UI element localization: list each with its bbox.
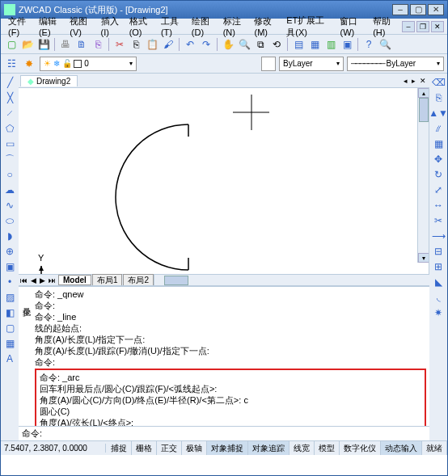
status-grid[interactable]: 栅格 [132,441,157,455]
menu-modify[interactable]: 修改(M) [250,14,282,39]
extend-icon[interactable]: ⟶ [431,229,446,243]
paste-icon[interactable]: 📋 [145,37,159,52]
print-icon[interactable]: 🖶 [58,37,73,52]
line-icon[interactable]: ╱ [2,75,17,90]
stretch-icon[interactable]: ↔ [431,198,446,213]
layer-state-icon[interactable]: ✸ [22,57,36,71]
scale-icon[interactable]: ⤢ [431,183,446,197]
command-history[interactable]: 最少化 命令: _qnew 命令: 命令: _line 线的起始点: 角度(A)… [19,285,429,426]
menu-file[interactable]: 文件(F) [4,14,35,39]
vscroll-thumb[interactable] [419,98,429,122]
status-dyn[interactable]: 动态输入 [381,441,422,455]
table-icon[interactable]: ▦ [2,336,17,351]
preview-icon[interactable]: 🗎 [74,37,89,52]
layer-manager-icon[interactable]: ☷ [4,57,19,71]
command-input[interactable] [45,428,426,439]
fillet-icon[interactable]: ◟ [431,290,446,305]
arc-icon[interactable]: ⌒ [2,152,17,166]
tab-last-icon[interactable]: ⏭ [47,276,57,284]
new-icon[interactable]: ▢ [4,37,19,52]
status-ortho[interactable]: 正交 [157,441,182,455]
palette-icon[interactable]: ▥ [323,37,338,52]
status-lwt[interactable]: 线宽 [290,441,315,455]
menu-window[interactable]: 窗口(W) [336,14,369,39]
menu-et[interactable]: ET扩展工具(X) [282,13,336,40]
doc-tab-drawing2[interactable]: ◆ Drawing2 [20,75,78,86]
status-snap[interactable]: 捕捉 [107,441,132,455]
status-otrack[interactable]: 对象追踪 [248,441,290,455]
menu-tools[interactable]: 工具(T) [157,14,188,39]
menu-draw[interactable]: 绘图(D) [188,14,219,39]
zoom-prev-icon[interactable]: ⟲ [269,37,284,52]
tab-close-icon[interactable]: ✕ [418,77,428,85]
search-icon[interactable]: 🔍 [378,37,392,52]
zoom-win-icon[interactable]: ⧉ [253,37,268,52]
ellipse-icon[interactable]: ⬭ [2,213,17,228]
spline-icon[interactable]: ∿ [2,198,17,213]
match-icon[interactable]: 🖌 [161,37,175,52]
layer-select[interactable]: ☀ ❄ 🔓 0▾ [40,57,137,71]
vertical-scrollbar[interactable]: ▴ ▾ [417,88,429,263]
tab-model[interactable]: Model [58,275,91,285]
props-icon[interactable]: ▤ [291,37,306,52]
redo-icon[interactable]: ↷ [199,37,213,52]
polygon-icon[interactable]: ⬠ [2,121,17,136]
linetype-select[interactable]: ──────── ByLayer▾ [347,57,444,71]
erase-icon[interactable]: ⌫ [431,75,446,90]
hatch-icon[interactable]: ▨ [2,290,17,305]
menu-edit[interactable]: 编辑(E) [35,14,66,39]
menu-dim[interactable]: 标注(N) [219,14,251,39]
menu-format[interactable]: 格式(O) [125,14,157,39]
insert-icon[interactable]: ⊕ [2,244,17,259]
trim-icon[interactable]: ✂ [431,213,446,228]
mtext-icon[interactable]: A [2,352,17,366]
menu-help[interactable]: 帮助(H) [369,14,400,39]
circle-icon[interactable]: ○ [2,167,17,182]
ellipsearc-icon[interactable]: ◗ [2,229,17,243]
tab-left-icon[interactable]: ◀ [29,276,38,284]
mirror-icon[interactable]: ▲▼ [431,106,446,120]
calc-icon[interactable]: ▣ [340,37,354,52]
color-swatch[interactable] [261,57,276,71]
status-polar[interactable]: 极轴 [182,441,207,455]
copy-icon[interactable]: ⎘ [129,37,143,52]
block-icon[interactable]: ▣ [2,259,17,274]
coordinates[interactable]: 7.5407, 2.3807, 0.0000 [1,444,106,453]
maximize-button[interactable]: ▢ [410,4,426,15]
array-icon[interactable]: ▦ [431,137,446,151]
zoom-rt-icon[interactable]: 🔍 [237,37,251,52]
tab-prev-icon[interactable]: ◂ [402,77,409,85]
help-icon[interactable]: ? [361,37,376,52]
mdi-close[interactable]: ✕ [431,21,444,32]
status-osnap[interactable]: 对象捕捉 [207,441,248,455]
status-model[interactable]: 模型 [315,441,340,455]
menu-insert[interactable]: 插入(I) [97,14,125,39]
pan-icon[interactable]: ✋ [221,37,235,52]
gradient-icon[interactable]: ◧ [2,305,17,320]
rotate-icon[interactable]: ↻ [431,167,446,182]
offset-icon[interactable]: ⫽ [431,121,446,136]
save-icon[interactable]: 💾 [36,37,51,52]
break-icon[interactable]: ⊟ [431,244,446,259]
rect-icon[interactable]: ▭ [2,137,17,151]
dcenter-icon[interactable]: ▦ [307,37,322,52]
revcloud-icon[interactable]: ☁ [2,183,17,197]
hscroll-thumb[interactable] [164,276,188,285]
scroll-down-icon[interactable]: ▾ [418,253,429,263]
undo-icon[interactable]: ↶ [183,37,197,52]
pline-icon[interactable]: ⟋ [2,106,17,120]
move-icon[interactable]: ✥ [431,152,446,166]
drawing-canvas[interactable]: X Y ▴ ▾ [19,88,429,274]
menu-view[interactable]: 视图(V) [66,14,96,39]
copy2-icon[interactable]: ⎘ [431,91,446,105]
join-icon[interactable]: ⊞ [431,259,446,274]
xline-icon[interactable]: ╳ [2,91,17,105]
point-icon[interactable]: • [2,275,17,289]
tab-next-icon[interactable]: ▸ [410,77,417,85]
horizontal-scrollbar[interactable] [154,275,429,285]
color-select[interactable]: ByLayer▾ [279,57,344,71]
tab-right-icon[interactable]: ▶ [38,276,47,284]
chamfer-icon[interactable]: ◣ [431,275,446,289]
scroll-up-icon[interactable]: ▴ [418,88,429,98]
explode-icon[interactable]: ✷ [431,305,446,320]
